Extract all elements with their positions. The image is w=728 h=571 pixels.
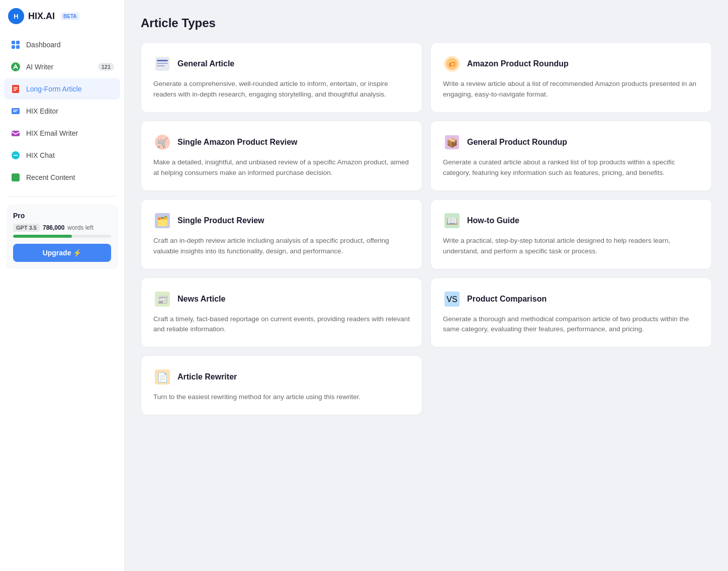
sidebar-item-hix-editor[interactable]: HIX Editor (4, 101, 120, 122)
card-single-product-review[interactable]: 🗂️ Single Product Review Craft an in-dep… (141, 199, 422, 269)
svg-text:📄: 📄 (157, 372, 168, 383)
sidebar-item-dashboard[interactable]: Dashboard (4, 34, 120, 55)
sidebar-item-long-form[interactable]: Long-Form Article (4, 78, 120, 100)
card-desc-general-article: Generate a comprehensive, well-rounded a… (153, 79, 410, 100)
page-title: Article Types (141, 16, 712, 30)
dashboard-icon (10, 39, 21, 50)
ai-writer-badge: 121 (98, 63, 114, 71)
product-comparison-icon: VS (443, 290, 461, 308)
card-title-general-article: General Article (177, 59, 234, 68)
svg-rect-20 (12, 173, 20, 181)
sidebar-item-ai-writer-label: AI Writer (26, 63, 53, 71)
svg-rect-3 (16, 41, 20, 44)
card-desc-news: Craft a timely, fact-based reportage on … (153, 314, 410, 335)
svg-text:📦: 📦 (446, 137, 458, 148)
card-title-amazon-roundup: Amazon Product Roundup (467, 59, 569, 68)
sidebar-divider (8, 196, 116, 197)
article-rewriter-icon: 📄 (153, 368, 171, 386)
sidebar-item-hix-chat[interactable]: HIX Chat (4, 145, 120, 166)
card-general-article[interactable]: General Article Generate a comprehensive… (141, 42, 422, 113)
general-article-icon (153, 55, 171, 73)
svg-rect-5 (16, 45, 20, 49)
news-icon: 📰 (153, 290, 171, 308)
svg-text:VS: VS (446, 295, 457, 304)
sidebar-item-recent-content[interactable]: Recent Content (4, 167, 120, 188)
gpt-badge: GPT 3.5 (13, 224, 40, 232)
cards-grid-row5: 📄 Article Rewriter Turn to the easiest r… (141, 355, 712, 415)
upgrade-button[interactable]: Upgrade ⚡ (13, 244, 111, 262)
card-general-product-roundup[interactable]: 📦 General Product Roundup Generate a cur… (430, 121, 712, 191)
card-desc-amazon-roundup: Write a review article about a list of r… (443, 79, 699, 100)
svg-text:🗂️: 🗂️ (157, 216, 168, 227)
logo-area: H HIX.AI BETA (0, 8, 124, 34)
card-header-how-to: 📖 How-to Guide (443, 212, 699, 230)
main-content: Article Types General Article Generate a… (125, 0, 728, 571)
svg-point-18 (15, 155, 16, 156)
svg-text:H: H (14, 13, 18, 20)
svg-rect-4 (12, 45, 15, 49)
card-product-comparison[interactable]: VS Product Comparison Generate a thoroug… (430, 277, 712, 348)
cards-grid-row3: 🗂️ Single Product Review Craft an in-dep… (141, 199, 712, 269)
sidebar: H HIX.AI BETA Dashboard AI Writer 121 Lo… (0, 0, 125, 571)
card-header-article-rewriter: 📄 Article Rewriter (153, 368, 410, 386)
card-amazon-roundup[interactable]: 🏷 Amazon Product Roundup Write a review … (430, 42, 712, 113)
card-desc-article-rewriter: Turn to the easiest rewriting method for… (153, 392, 410, 403)
sidebar-item-hix-chat-label: HIX Chat (26, 151, 55, 159)
beta-badge: BETA (61, 13, 79, 20)
ai-writer-icon (10, 61, 21, 72)
svg-text:📖: 📖 (446, 216, 458, 227)
long-form-icon (10, 83, 21, 94)
svg-rect-2 (12, 41, 15, 44)
svg-point-17 (14, 155, 15, 156)
card-single-amazon-review[interactable]: 🛒 Single Amazon Product Review Make a de… (141, 121, 422, 191)
svg-rect-12 (12, 108, 20, 114)
recent-content-icon (10, 172, 21, 183)
amazon-roundup-icon: 🏷 (443, 55, 461, 73)
general-product-roundup-icon: 📦 (443, 133, 461, 151)
sidebar-item-long-form-label: Long-Form Article (26, 85, 81, 93)
card-title-product-comparison: Product Comparison (467, 295, 547, 304)
cards-grid-row4: 📰 News Article Craft a timely, fact-base… (141, 277, 712, 348)
hix-editor-icon (10, 106, 21, 117)
progress-bar-fill (13, 235, 72, 238)
card-desc-product-comparison: Generate a thorough and methodical compa… (443, 314, 699, 335)
progress-bar (13, 235, 111, 238)
card-title-article-rewriter: Article Rewriter (177, 372, 237, 382)
card-header-news: 📰 News Article (153, 290, 410, 308)
card-title-how-to: How-to Guide (467, 216, 519, 225)
card-header-general-product-roundup: 📦 General Product Roundup (443, 133, 699, 151)
card-title-news: News Article (177, 295, 225, 304)
card-header-single-amazon: 🛒 Single Amazon Product Review (153, 133, 410, 151)
words-count: 786,000 (43, 224, 64, 231)
how-to-icon: 📖 (443, 212, 461, 230)
card-title-single-amazon: Single Amazon Product Review (177, 138, 298, 147)
sidebar-item-hix-editor-label: HIX Editor (26, 107, 58, 115)
svg-rect-23 (157, 63, 168, 64)
pro-label: Pro (13, 212, 111, 220)
single-amazon-icon: 🛒 (153, 133, 171, 151)
svg-point-19 (17, 155, 18, 156)
card-desc-single-product: Craft an in-depth review article includi… (153, 236, 410, 257)
card-title-single-product: Single Product Review (177, 216, 264, 225)
card-header-product-comparison: VS Product Comparison (443, 290, 699, 308)
card-title-general-product-roundup: General Product Roundup (467, 138, 567, 147)
sidebar-item-hix-email-label: HIX Email Writer (26, 129, 78, 137)
hix-email-icon (10, 128, 21, 139)
card-desc-single-amazon: Make a detailed, insightful, and unbiase… (153, 157, 410, 178)
logo-text: HIX.AI (28, 11, 55, 22)
single-product-icon: 🗂️ (153, 212, 171, 230)
card-header-single-product: 🗂️ Single Product Review (153, 212, 410, 230)
words-label: words left (67, 224, 93, 231)
pro-section: Pro GPT 3.5 786,000 words left Upgrade ⚡ (6, 205, 118, 269)
hix-logo-icon: H (8, 8, 24, 24)
card-desc-general-product-roundup: Generate a curated article about a ranke… (443, 157, 699, 178)
card-news-article[interactable]: 📰 News Article Craft a timely, fact-base… (141, 277, 422, 348)
svg-text:📰: 📰 (157, 294, 168, 305)
card-article-rewriter[interactable]: 📄 Article Rewriter Turn to the easiest r… (141, 355, 422, 415)
sidebar-item-hix-email[interactable]: HIX Email Writer (4, 123, 120, 144)
sidebar-item-dashboard-label: Dashboard (26, 41, 61, 49)
svg-rect-15 (12, 131, 20, 136)
card-how-to-guide[interactable]: 📖 How-to Guide Write a practical, step-b… (430, 199, 712, 269)
nav-menu: Dashboard AI Writer 121 Long-Form Articl… (0, 34, 124, 188)
sidebar-item-ai-writer[interactable]: AI Writer 121 (4, 56, 120, 77)
